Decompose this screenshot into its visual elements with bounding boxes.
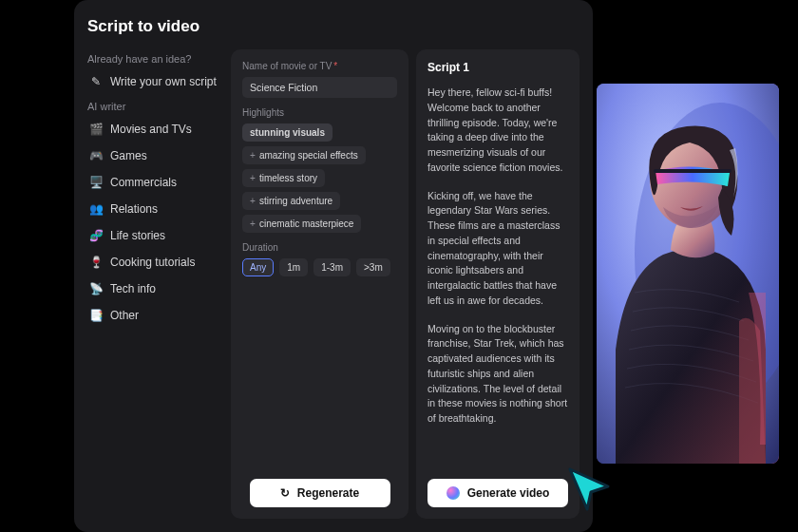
tech-icon: 📡 [89, 282, 103, 295]
sidebar-item-relations[interactable]: 👥 Relations [87, 198, 223, 220]
commercials-icon: 🖥️ [89, 176, 103, 189]
script-to-video-window: Script to video Already have an idea? ✎ … [74, 0, 593, 532]
columns: Already have an idea? ✎ Write your own s… [87, 49, 580, 519]
duration-option-gt3m[interactable]: >3m [356, 258, 390, 276]
plus-icon: + [250, 196, 256, 206]
sidebar-item-tech[interactable]: 📡 Tech info [87, 277, 223, 300]
name-input[interactable]: Science Fiction [242, 77, 397, 98]
sidebar-item-label: Movies and TVs [110, 123, 192, 136]
games-icon: 🎮 [89, 149, 103, 162]
sidebar-item-games[interactable]: 🎮 Games [87, 144, 223, 167]
preview-image [597, 84, 779, 464]
script-paragraph: Kicking off, we have the legendary Star … [428, 189, 568, 309]
highlight-chip[interactable]: +amazing special effects [242, 146, 366, 164]
chip-label: cinematic masterpiece [259, 218, 353, 229]
sidebar-item-label: Life stories [110, 229, 165, 242]
relations-icon: 👥 [89, 202, 103, 216]
generate-video-button[interactable]: Generate video [428, 479, 568, 507]
plus-icon: + [250, 150, 256, 161]
other-icon: 📑 [89, 309, 103, 322]
movies-icon: 🎬 [89, 123, 103, 136]
chip-label: timeless story [259, 173, 317, 183]
script-paragraph: Hey there, fellow sci-fi buffs! Welcome … [428, 86, 568, 176]
sidebar-item-label: Games [110, 149, 147, 162]
plus-icon: + [250, 218, 256, 229]
highlight-chip[interactable]: +stirring adventure [242, 192, 340, 210]
duration-option-any[interactable]: Any [242, 258, 274, 276]
window-title: Script to video [87, 17, 580, 36]
duration-options: Any 1m 1-3m >3m [242, 258, 397, 276]
regenerate-label: Regenerate [297, 486, 359, 500]
sidebar-item-label: Commercials [110, 176, 177, 189]
already-idea-label: Already have an idea? [87, 53, 223, 65]
write-own-script[interactable]: ✎ Write your own script [87, 70, 223, 93]
script-panel: Script 1 Hey there, fellow sci-fi buffs!… [416, 49, 580, 519]
sidebar-item-label: Other [110, 309, 139, 322]
sidebar-item-label: Cooking tutorials [110, 256, 195, 269]
name-label: Name of movie or TV [242, 61, 397, 71]
highlights-label: Highlights [242, 107, 397, 118]
cursor-pointer-icon [564, 464, 616, 515]
generate-label: Generate video [467, 486, 550, 500]
duration-option-1-3m[interactable]: 1-3m [314, 258, 351, 276]
highlight-chip[interactable]: +timeless story [242, 169, 325, 187]
write-own-label: Write your own script [110, 75, 217, 88]
plus-icon: + [250, 173, 256, 183]
highlight-chip[interactable]: +cinematic masterpiece [242, 215, 361, 233]
script-body: Hey there, fellow sci-fi buffs! Welcome … [428, 86, 568, 440]
sidebar-item-commercials[interactable]: 🖥️ Commercials [87, 171, 223, 194]
life-stories-icon: 🧬 [89, 229, 103, 242]
form-panel: Name of movie or TV Science Fiction High… [231, 49, 408, 519]
sidebar-item-movies[interactable]: 🎬 Movies and TVs [87, 118, 223, 141]
svg-rect-3 [654, 169, 732, 173]
sidebar-item-other[interactable]: 📑 Other [87, 304, 223, 327]
chip-label: amazing special effects [259, 150, 358, 161]
sidebar-item-life-stories[interactable]: 🧬 Life stories [87, 224, 223, 247]
pencil-icon: ✎ [89, 75, 103, 88]
sidebar-item-cooking[interactable]: 🍷 Cooking tutorials [87, 251, 223, 274]
sidebar-item-label: Tech info [110, 282, 156, 295]
sidebar: Already have an idea? ✎ Write your own s… [87, 49, 223, 519]
chip-label: stirring adventure [259, 196, 332, 206]
cooking-icon: 🍷 [89, 256, 103, 269]
highlight-chip-fixed[interactable]: stunning visuals [242, 124, 332, 142]
regenerate-button[interactable]: ↻ Regenerate [250, 479, 390, 507]
refresh-icon: ↻ [280, 486, 290, 500]
highlights-chips: stunning visuals +amazing special effect… [242, 124, 397, 233]
generate-icon [446, 486, 460, 500]
duration-label: Duration [242, 242, 397, 253]
sidebar-item-label: Relations [110, 202, 158, 216]
ai-writer-label: AI writer [87, 101, 223, 112]
duration-option-1m[interactable]: 1m [279, 258, 308, 276]
script-paragraph: Moving on to the blockbuster franchise, … [428, 322, 568, 427]
script-heading: Script 1 [428, 61, 568, 74]
